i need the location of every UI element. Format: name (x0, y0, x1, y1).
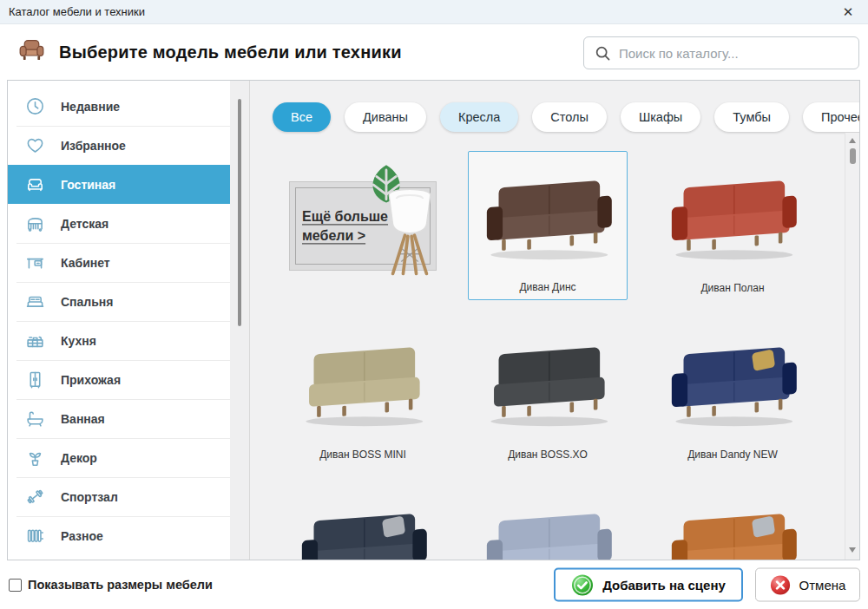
sidebar-item-4[interactable]: Детская (8, 204, 230, 243)
product-image (468, 484, 628, 560)
sidebar-item-12[interactable]: Разное (8, 516, 230, 555)
product-tile-1[interactable]: Диван Динс (468, 151, 628, 300)
product-grid: Ещё больше мебели > (283, 151, 812, 560)
search-box (583, 36, 859, 69)
sidebar-item-1[interactable]: Недавние (8, 87, 230, 126)
desk-icon (24, 252, 46, 273)
sidebar-item-label: Недавние (61, 100, 120, 114)
search-input[interactable] (619, 46, 858, 61)
page-title: Выберите модель мебели или техники (59, 43, 402, 62)
sidebar-item-3[interactable]: Гостиная (8, 165, 230, 204)
sofa-illustration (477, 505, 619, 560)
sofa-illustration (661, 338, 804, 429)
catalog-content: ВсеДиваныКреслаСтолыШкафыТумбыПрочее (250, 81, 859, 560)
scroll-up-arrow-icon[interactable] (849, 138, 856, 143)
sidebar-scrollbar-thumb[interactable] (238, 99, 241, 326)
product-image (469, 152, 627, 281)
banner-text: Ещё больше мебели > (302, 207, 388, 246)
close-icon[interactable]: ✕ (837, 4, 859, 20)
product-tile-5[interactable]: Диван Dandy NEW (653, 318, 812, 467)
show-dimensions-row: Показывать размеры мебели (9, 578, 213, 592)
clock-icon (24, 95, 46, 117)
sidebar-item-label: Избранное (61, 139, 126, 153)
sofa-illustration (477, 172, 619, 262)
cancel-button[interactable]: Отмена (755, 568, 860, 602)
sidebar-item-label: Кабинет (61, 256, 110, 270)
add-to-scene-button[interactable]: Добавить на сцену (554, 568, 743, 602)
plant-icon (24, 447, 46, 468)
sidebar-item-8[interactable]: Прихожая (8, 360, 230, 399)
product-name: Диван Динс (519, 281, 575, 293)
sofa-illustration (477, 338, 619, 429)
product-tile-6[interactable] (283, 484, 443, 560)
banner-cell: Ещё больше мебели > (283, 151, 443, 300)
filter-chip-4[interactable]: Столы (532, 102, 607, 132)
radiator-icon (24, 525, 46, 547)
product-name: Диван Полан (700, 282, 764, 294)
sidebar-item-label: Декор (61, 451, 97, 465)
sidebar-scrollbar[interactable] (230, 81, 250, 560)
cancel-x-icon (770, 574, 791, 595)
dialog-header: Выберите модель мебели или техники (0, 25, 868, 79)
product-image (468, 318, 628, 449)
filter-chip-1[interactable]: Все (273, 102, 331, 132)
sidebar-item-5[interactable]: Кабинет (8, 243, 230, 282)
sidebar-item-9[interactable]: Ванная (8, 399, 230, 438)
sofa-illustration (661, 505, 804, 560)
sidebar-item-2[interactable]: Избранное (8, 126, 230, 165)
sidebar-item-label: Ванная (61, 412, 105, 426)
bed-icon (24, 291, 46, 312)
confirm-check-icon (571, 573, 594, 596)
product-tile-4[interactable]: Диван BOSS.XO (468, 318, 628, 467)
product-tile-7[interactable] (468, 484, 628, 560)
product-image (283, 484, 443, 560)
sidebar-item-label: Прихожая (61, 373, 121, 387)
kitchen-icon (24, 330, 46, 351)
product-image (653, 318, 812, 449)
sidebar-item-label: Кухня (61, 334, 96, 348)
sidebar-item-label: Гостиная (61, 178, 115, 192)
dumbbell-icon (24, 486, 46, 508)
sofa-icon (24, 174, 46, 195)
sidebar-item-6[interactable]: Спальня (8, 282, 230, 321)
bath-icon (24, 408, 46, 429)
scroll-down-arrow-icon[interactable] (849, 547, 856, 553)
sofa-illustration (292, 338, 434, 429)
product-name: Диван BOSS.XO (508, 449, 588, 461)
banner-chair-image (377, 187, 443, 284)
dialog-footer: Показывать размеры мебели Добавить на сц… (0, 560, 868, 609)
sidebar-item-label: Спальня (61, 295, 113, 309)
show-dimensions-label[interactable]: Показывать размеры мебели (28, 578, 213, 592)
sidebar-item-11[interactable]: Спортзал (8, 477, 230, 516)
armchair-icon (17, 36, 46, 69)
filter-chip-3[interactable]: Кресла (440, 102, 518, 132)
show-dimensions-checkbox[interactable] (9, 579, 22, 592)
sofa-illustration (292, 505, 434, 560)
sidebar-item-label: Детская (61, 217, 108, 231)
product-tile-8[interactable] (653, 484, 812, 560)
product-image (653, 484, 812, 560)
product-tile-2[interactable]: Диван Полан (653, 151, 812, 300)
filter-chip-5[interactable]: Шкафы (621, 102, 700, 132)
content-scrollbar[interactable] (845, 133, 859, 560)
filter-chip-6[interactable]: Тумбы (714, 102, 789, 132)
heart-icon (24, 134, 46, 156)
product-name: Диван BOSS MINI (319, 449, 406, 461)
sofa-illustration (661, 172, 804, 262)
window-title: Каталог мебели и техники (9, 5, 145, 18)
product-image (283, 318, 443, 449)
search-icon (595, 45, 611, 62)
catalog-panel: НедавниеИзбранноеГостинаяДетскаяКабинетС… (7, 80, 860, 560)
window-titlebar: Каталог мебели и техники ✕ (0, 0, 868, 24)
filter-chip-7[interactable]: Прочее (803, 102, 859, 132)
content-scrollbar-thumb[interactable] (850, 148, 856, 164)
sidebar-item-7[interactable]: Кухня (8, 321, 230, 360)
filter-chip-2[interactable]: Диваны (345, 102, 426, 132)
more-furniture-banner[interactable]: Ещё больше мебели > (289, 181, 437, 271)
product-tile-3[interactable]: Диван BOSS MINI (283, 318, 443, 467)
category-sidebar: НедавниеИзбранноеГостинаяДетскаяКабинетС… (8, 81, 230, 560)
sidebar-item-10[interactable]: Декор (8, 438, 230, 477)
wardrobe-icon (24, 369, 46, 390)
sidebar-item-label: Разное (61, 529, 103, 543)
filter-chips: ВсеДиваныКреслаСтолыШкафыТумбыПрочее (250, 81, 859, 132)
